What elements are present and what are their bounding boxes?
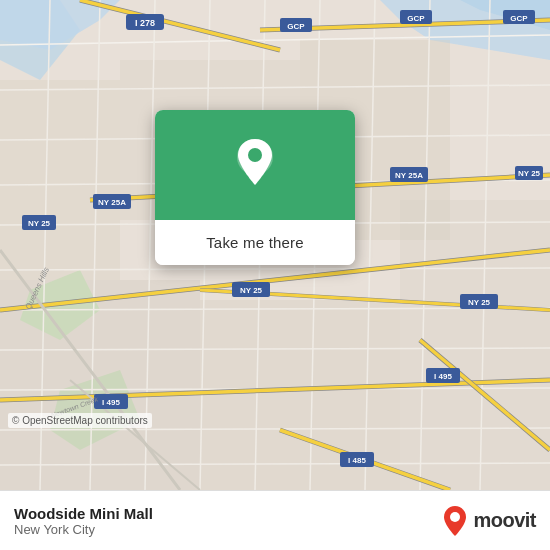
svg-text:NY 25A: NY 25A (98, 198, 126, 207)
popup-card: Take me there (155, 110, 355, 265)
bottom-bar: Woodside Mini Mall New York City moovit (0, 490, 550, 550)
svg-point-81 (450, 512, 460, 522)
svg-point-80 (248, 148, 262, 162)
location-name: Woodside Mini Mall (14, 505, 153, 522)
location-city: New York City (14, 522, 153, 537)
svg-text:NY 25: NY 25 (518, 169, 541, 178)
svg-text:GCP: GCP (510, 14, 528, 23)
svg-text:NY 25: NY 25 (468, 298, 491, 307)
svg-text:GCP: GCP (407, 14, 425, 23)
svg-text:NY 25: NY 25 (240, 286, 263, 295)
svg-text:I 495: I 495 (434, 372, 452, 381)
moovit-text: moovit (473, 509, 536, 532)
svg-text:GCP: GCP (287, 22, 305, 31)
map-container: I 278 GCP GCP GCP NY 25 NY 25A NY 25A NY… (0, 0, 550, 490)
moovit-logo: moovit (443, 506, 536, 536)
take-me-there-button[interactable]: Take me there (155, 220, 355, 265)
svg-text:NY 25: NY 25 (28, 219, 51, 228)
svg-text:NY 25A: NY 25A (395, 171, 423, 180)
moovit-pin-icon (443, 506, 467, 536)
svg-rect-5 (0, 80, 120, 280)
map-attribution: © OpenStreetMap contributors (8, 413, 152, 428)
svg-text:I 495: I 495 (102, 398, 120, 407)
svg-text:I 485: I 485 (348, 456, 366, 465)
location-pin-icon (230, 135, 280, 195)
svg-text:I 278: I 278 (135, 18, 155, 28)
location-info: Woodside Mini Mall New York City (14, 505, 153, 537)
popup-icon-area (155, 110, 355, 220)
